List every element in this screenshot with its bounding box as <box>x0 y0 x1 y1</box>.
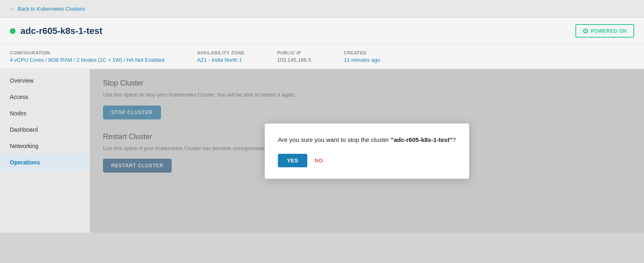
sidebar-item-access[interactable]: Access <box>0 89 90 105</box>
back-to-clusters-link[interactable]: Back to Kubernetes Clusters <box>10 6 85 12</box>
powered-on-button[interactable]: POWERED ON <box>575 24 634 38</box>
modal-overlay: Are you sure you want to stop the cluste… <box>90 69 644 233</box>
configuration-label: CONFIGURATION <box>10 50 164 55</box>
sidebar-item-operations[interactable]: Operations <box>0 154 90 171</box>
cluster-title-row: adc-r605-k8s-1-test <box>10 26 103 36</box>
confirm-stop-modal: Are you sure you want to stop the cluste… <box>265 124 469 179</box>
availability-zone-value: AZ1 - India North 1 <box>197 57 244 63</box>
powered-on-label: POWERED ON <box>591 28 627 34</box>
public-ip-label: PUBLIC IP <box>277 50 311 55</box>
created-value: 11 minutes ago <box>344 57 380 63</box>
sidebar-item-nodes[interactable]: Nodes <box>0 105 90 121</box>
sidebar-item-networking[interactable]: Networking <box>0 138 90 154</box>
confirm-no-button[interactable]: NO <box>315 157 323 164</box>
availability-zone-col: AVAILABILITY ZONE AZ1 - India North 1 <box>197 50 244 63</box>
status-dot-icon <box>10 28 16 34</box>
main-panel: Stop Cluster Use this option to stop you… <box>90 69 644 233</box>
modal-message-prefix: Are you sure you want to stop the cluste… <box>278 136 391 143</box>
body-layout: Overview Access Nodes Dashboard Networki… <box>0 69 644 233</box>
sidebar-item-dashboard[interactable]: Dashboard <box>0 121 90 138</box>
sidebar-item-overview[interactable]: Overview <box>0 72 90 89</box>
back-arrow-icon <box>10 6 15 12</box>
page-wrapper: Back to Kubernetes Clusters adc-r605-k8s… <box>0 0 644 263</box>
public-ip-col: PUBLIC IP 103.145.166.5 <box>277 50 311 63</box>
availability-zone-label: AVAILABILITY ZONE <box>197 50 244 55</box>
top-bar: Back to Kubernetes Clusters <box>0 0 644 18</box>
configuration-value: 4 vCPU Cores / 8GB RAM / 2 Nodes (1C + 1… <box>10 57 164 63</box>
public-ip-value: 103.145.166.5 <box>277 57 311 63</box>
modal-message: Are you sure you want to stop the cluste… <box>278 135 456 145</box>
cluster-header: adc-r605-k8s-1-test POWERED ON <box>0 18 644 45</box>
cluster-name: adc-r605-k8s-1-test <box>20 26 103 36</box>
info-bar: CONFIGURATION 4 vCPU Cores / 8GB RAM / 2… <box>0 45 644 69</box>
configuration-col: CONFIGURATION 4 vCPU Cores / 8GB RAM / 2… <box>10 50 164 63</box>
created-label: CREATED <box>344 50 380 55</box>
modal-actions: YES NO <box>278 154 456 167</box>
power-icon <box>583 28 588 34</box>
modal-message-suffix: ? <box>452 136 456 143</box>
modal-cluster-name: "adc-r605-k8s-1-test" <box>391 136 452 143</box>
created-col: CREATED 11 minutes ago <box>344 50 380 63</box>
confirm-yes-button[interactable]: YES <box>278 154 307 167</box>
back-link-text: Back to Kubernetes Clusters <box>18 6 85 12</box>
sidebar: Overview Access Nodes Dashboard Networki… <box>0 69 90 233</box>
